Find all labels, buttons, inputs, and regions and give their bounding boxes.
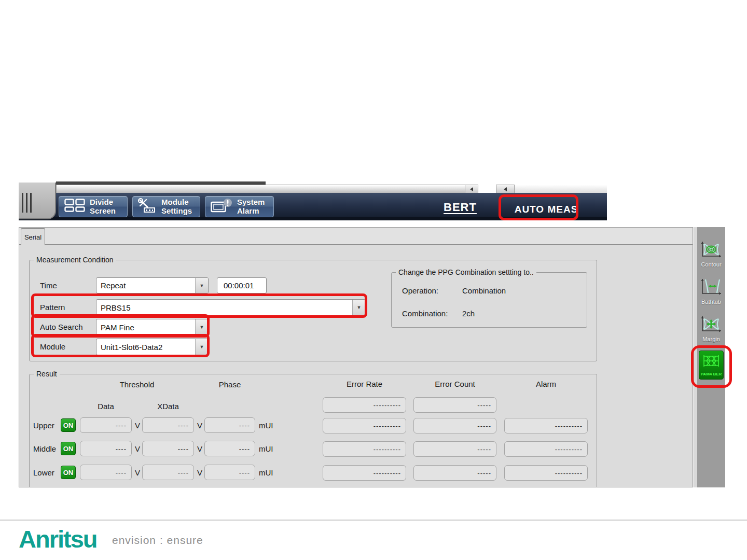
group-title: Result [34, 370, 60, 378]
column-header-alarm: Alarm [504, 380, 588, 388]
xdata-threshold-field: ---- [142, 417, 194, 433]
divide-screen-button[interactable]: DivideScreen [59, 196, 128, 217]
system-alarm-icon [211, 198, 232, 216]
lower-on-toggle[interactable]: ON [61, 466, 76, 479]
column-header-error-rate: Error Rate [323, 380, 406, 388]
auto-search-dropdown[interactable]: PAM Fine ▼ [96, 319, 209, 335]
main-toolbar: DivideScreen ModuleSettings [19, 193, 607, 220]
sidebar-item-margin[interactable]: Margin [697, 315, 725, 342]
result-view-sidebar: Contour Bathtub [697, 227, 725, 487]
toolbar-bottom-edge [19, 217, 607, 220]
error-rate-field: ---------- [323, 465, 406, 481]
unit-label: mUI [259, 421, 273, 430]
data-threshold-field: ---- [80, 441, 132, 456]
summary-error-rate-field: ---------- [323, 397, 406, 413]
pattern-dropdown[interactable]: PRBS15 ▼ [96, 299, 366, 316]
group-title: Change the PPG Combination settting to.. [396, 268, 536, 276]
error-count-field: ----- [413, 465, 496, 481]
button-label-line: System [237, 198, 265, 206]
result-row-lower: Lower ON ---- V ---- V ---- mUI --------… [30, 465, 597, 482]
sidebar-edge [694, 227, 697, 487]
upper-on-toggle[interactable]: ON [61, 418, 76, 432]
screenshot-root: DivideScreen ModuleSettings [0, 0, 747, 560]
result-summary-row: ---------- ----- [30, 397, 597, 414]
tab-serial[interactable]: Serial [21, 228, 45, 245]
summary-error-count-field: ----- [413, 397, 496, 413]
unit-label: V [197, 421, 202, 430]
xdata-threshold-field: ---- [142, 441, 194, 456]
module-settings-button[interactable]: ModuleSettings [132, 196, 200, 217]
sidebar-item-bathtub[interactable]: Bathtub [697, 278, 725, 305]
auto-meas-panel: Serial Measurement Condition Time Repeat… [19, 227, 693, 487]
module-settings-icon [138, 198, 157, 216]
sidebar-item-label: Margin [702, 336, 720, 342]
module-dropdown[interactable]: Unit1-Slot6-Data2 ▼ [96, 339, 209, 355]
margin-icon [700, 315, 722, 335]
system-alarm-button[interactable]: SystemAlarm [205, 196, 274, 217]
module-label: Module [40, 342, 65, 351]
pam4-ber-icon [702, 354, 720, 371]
phase-field: ---- [204, 441, 255, 456]
sidebar-item-label: Contour [701, 261, 721, 268]
error-count-field: ----- [413, 418, 496, 433]
sidebar-item-label: PAM4 BER [701, 372, 722, 376]
bert-menu[interactable]: BERT [437, 201, 483, 214]
result-row-total: Total [30, 483, 597, 487]
chevron-down-icon: ▼ [352, 300, 365, 315]
combination-value: 2ch [462, 309, 475, 318]
panel-grip-handle[interactable] [19, 183, 56, 219]
module-value: Unit1-Slot6-Data2 [96, 343, 195, 352]
scroll-left-icon [470, 187, 473, 191]
operation-label: Operation: [402, 286, 438, 295]
button-label-line: Settings [161, 206, 192, 215]
column-header-phase: Phase [204, 380, 255, 389]
data-threshold-field: ---- [80, 465, 132, 480]
horizontal-scrollbar[interactable] [56, 185, 478, 193]
sidebar-item-contour[interactable]: Contour [697, 241, 725, 268]
sidebar-item-label: Bathtub [701, 299, 721, 305]
time-mode-dropdown[interactable]: Repeat ▼ [96, 277, 209, 293]
scrollbar-arrow-button-2[interactable] [496, 185, 515, 193]
unit-label: mUI [259, 444, 273, 453]
anritsu-tagline: envision : ensure [112, 534, 203, 547]
unit-label: V [135, 468, 140, 477]
column-header-threshold: Threshold [80, 380, 194, 389]
data-threshold-field: ---- [80, 417, 132, 433]
middle-on-toggle[interactable]: ON [61, 442, 76, 455]
column-header-error-count: Error Count [413, 380, 496, 388]
total-label: Total [299, 486, 315, 487]
button-label-line: Module [161, 198, 189, 206]
error-rate-field: ---------- [323, 418, 406, 433]
sidebar-item-pam4-ber[interactable]: PAM4 BER [699, 351, 724, 380]
result-group: Result Threshold Phase Error Rate Error … [29, 374, 597, 487]
time-label: Time [40, 281, 57, 290]
alarm-field: ---------- [504, 418, 588, 433]
result-row-middle: Middle ON ---- V ---- V ---- mUI -------… [30, 441, 597, 458]
button-label-line: Alarm [237, 206, 259, 215]
measurement-condition-group: Measurement Condition Time Repeat ▼ 00:0… [29, 260, 597, 361]
button-label-line: Screen [90, 206, 116, 215]
scrollbar-arrow-button[interactable] [465, 185, 478, 193]
button-label-line: Divide [90, 198, 113, 206]
auto-search-label: Auto Search [40, 323, 83, 331]
phase-field: ---- [204, 465, 255, 480]
auto-search-value: PAM Fine [96, 323, 195, 332]
alarm-field: ---------- [504, 465, 588, 481]
chevron-down-icon: ▼ [195, 319, 208, 335]
pattern-value: PRBS15 [96, 303, 352, 312]
group-title: Measurement Condition [34, 256, 116, 264]
time-value: 00:00:01 [224, 281, 254, 290]
result-row-upper: Upper ON ---- V ---- V ---- mUI --------… [30, 417, 597, 435]
unit-label: V [197, 468, 202, 477]
xdata-threshold-field: ---- [142, 465, 194, 480]
time-mode-value: Repeat [96, 281, 195, 290]
footer-divider [0, 520, 747, 521]
unit-label: V [135, 444, 140, 453]
auto-meas-menu[interactable]: AUTO MEAS [502, 204, 590, 215]
time-value-field[interactable]: 00:00:01 [217, 277, 267, 293]
alarm-field: ---------- [504, 441, 588, 457]
error-rate-field: ---------- [323, 441, 406, 457]
tab-strip [19, 228, 693, 245]
unit-label: V [197, 444, 202, 453]
operation-value: Combination [462, 286, 506, 295]
